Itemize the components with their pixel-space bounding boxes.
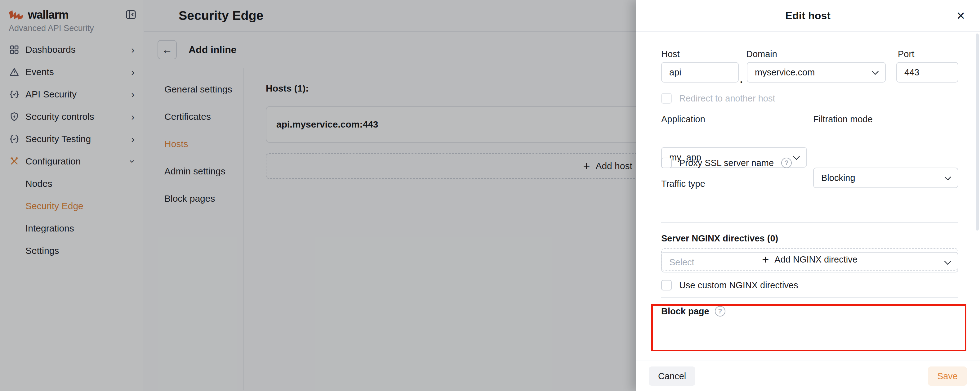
cancel-button[interactable]: Cancel [649,367,695,386]
block-page-label: Block page [661,306,709,316]
drawer-scrollbar[interactable] [976,34,979,231]
wallarm-console: wallarm Advanced API Security Dashboards… [0,0,980,391]
section-divider [661,222,958,223]
filtration-mode-select[interactable]: Blocking [813,168,958,188]
host-domain-separator: . [740,74,743,85]
port-input[interactable] [896,62,958,83]
drawer-body: Host Domain Port . myservice.com Redirec… [636,32,980,361]
redirect-checkbox-row: Redirect to another host [661,93,775,104]
custom-nginx-checkbox-row: Use custom NGINX directives [661,280,798,290]
save-button[interactable]: Save [928,367,967,386]
section-divider [661,297,958,298]
close-button[interactable]: × [952,7,969,24]
custom-nginx-label: Use custom NGINX directives [679,280,798,290]
close-icon: × [957,7,965,24]
chevron-down-icon [872,68,879,75]
application-label: Application [661,114,705,124]
drawer-header: Edit host × [636,0,980,32]
port-label: Port [898,49,914,59]
proxy-ssl-checkbox[interactable] [661,158,672,168]
filtration-mode-label: Filtration mode [813,114,873,124]
proxy-ssl-checkbox-row: Proxy SSL server name ? [661,158,792,168]
domain-label: Domain [746,49,777,59]
drawer-title: Edit host [785,10,830,22]
add-nginx-directive-button[interactable]: + Add NGINX directive [661,248,958,271]
host-input[interactable] [661,62,739,83]
filtration-mode-value: Blocking [821,173,855,183]
help-icon[interactable]: ? [715,306,725,316]
plus-icon: + [762,254,769,265]
proxy-ssl-label: Proxy SSL server name [679,158,774,168]
help-icon[interactable]: ? [781,158,792,168]
cancel-label: Cancel [658,371,686,381]
redirect-checkbox[interactable] [661,93,672,104]
domain-value: myservice.com [755,67,815,78]
chevron-down-icon [944,174,951,180]
custom-nginx-checkbox[interactable] [661,280,672,290]
add-nginx-directive-label: Add NGINX directive [775,254,858,265]
drawer-footer: Cancel Save [636,361,980,391]
redirect-label: Redirect to another host [679,93,775,104]
host-label: Host [661,49,680,59]
chevron-down-icon [793,153,800,160]
traffic-type-label: Traffic type [661,179,705,189]
nginx-directives-heading: Server NGINX directives (0) [661,233,778,244]
domain-select[interactable]: myservice.com [747,62,886,83]
edit-host-drawer: Edit host × Host Domain Port . myservice… [636,0,980,391]
block-page-label-row: Block page ? [661,306,725,316]
save-label: Save [937,371,958,381]
